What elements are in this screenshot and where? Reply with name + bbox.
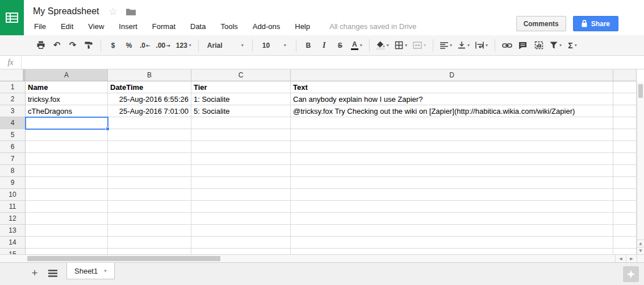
functions-button[interactable]: Σ ▾ bbox=[566, 39, 579, 52]
table-row: 11 bbox=[0, 201, 644, 213]
font-size-select[interactable]: 10 ▾ bbox=[258, 39, 291, 52]
print-button[interactable] bbox=[34, 39, 48, 52]
cell-B2[interactable]: 25-Aug-2016 6:55:26 bbox=[108, 93, 191, 105]
row-header-1[interactable]: 1 bbox=[0, 81, 26, 93]
bold-button[interactable]: B bbox=[302, 39, 315, 52]
menu-help[interactable]: Help bbox=[295, 22, 310, 31]
folder-icon[interactable] bbox=[126, 8, 136, 15]
scroll-down-button[interactable]: ▼ bbox=[637, 247, 644, 254]
menu-tools[interactable]: Tools bbox=[220, 22, 237, 31]
cell-E2[interactable] bbox=[613, 93, 637, 105]
cell-A3[interactable]: cTheDragons bbox=[26, 105, 108, 117]
cell-C1[interactable]: Tier bbox=[191, 81, 291, 93]
insert-chart-button[interactable] bbox=[532, 39, 546, 52]
document-title[interactable]: My Spreadsheet bbox=[33, 6, 99, 16]
row-header-12[interactable]: 12 bbox=[0, 213, 26, 225]
align-left-icon bbox=[440, 42, 448, 49]
horizontal-scrollbar-thumb[interactable] bbox=[27, 256, 220, 261]
cell-D4[interactable] bbox=[291, 117, 613, 129]
cell-B4[interactable] bbox=[108, 117, 191, 129]
row-header-11[interactable]: 11 bbox=[0, 201, 26, 213]
row-header-10[interactable]: 10 bbox=[0, 189, 26, 201]
menu-insert[interactable]: Insert bbox=[119, 22, 137, 31]
cell-C3[interactable]: 5: Socialite bbox=[191, 105, 291, 117]
cell-C2[interactable]: 1: Socialite bbox=[191, 93, 291, 105]
menu-view[interactable]: View bbox=[88, 22, 104, 31]
menu-addons[interactable]: Add-ons bbox=[253, 22, 280, 31]
cell-D2[interactable]: Can anybody explain how I use Zapier? bbox=[291, 93, 613, 105]
selected-cell-outline[interactable] bbox=[25, 117, 108, 130]
share-button[interactable]: Share bbox=[573, 16, 618, 31]
filter-button[interactable]: ▾ bbox=[548, 39, 563, 52]
insert-link-button[interactable] bbox=[500, 39, 514, 52]
vertical-scrollbar-thumb[interactable] bbox=[638, 84, 643, 98]
strikethrough-button[interactable]: S bbox=[333, 39, 347, 52]
scroll-up-button[interactable]: ▲ bbox=[637, 239, 644, 247]
link-icon bbox=[502, 43, 512, 48]
formula-input[interactable] bbox=[22, 56, 644, 69]
row-header-7[interactable]: 7 bbox=[0, 153, 26, 165]
column-header-A[interactable]: A bbox=[26, 69, 108, 81]
scroll-right-button[interactable]: ▶ bbox=[626, 255, 637, 262]
cell-D1[interactable]: Text bbox=[291, 81, 613, 93]
horizontal-scrollbar[interactable]: ◀ ▶ bbox=[0, 254, 644, 262]
menu-file[interactable]: File bbox=[34, 22, 46, 31]
comments-button[interactable]: Comments bbox=[516, 16, 566, 31]
column-header-E-partial[interactable] bbox=[613, 69, 637, 81]
row-header-9[interactable]: 9 bbox=[0, 177, 26, 189]
explore-button[interactable] bbox=[623, 266, 639, 282]
row-header-14[interactable]: 14 bbox=[0, 237, 26, 249]
row-header-13[interactable]: 13 bbox=[0, 225, 26, 237]
cell-E3[interactable] bbox=[613, 105, 637, 117]
increase-decimal-button[interactable]: .00→ bbox=[154, 39, 172, 52]
row-header-4[interactable]: 4 bbox=[0, 117, 26, 129]
fill-handle[interactable] bbox=[106, 127, 110, 131]
all-sheets-button[interactable] bbox=[47, 267, 59, 279]
text-wrap-button[interactable]: ▾ bbox=[474, 39, 490, 52]
fill-color-button[interactable]: ▾ bbox=[375, 39, 391, 52]
cell-E4[interactable] bbox=[613, 117, 637, 129]
cell-B1[interactable]: DateTime bbox=[108, 81, 191, 93]
row-header-2[interactable]: 2 bbox=[0, 93, 26, 105]
row-header-15[interactable]: 15 bbox=[0, 249, 26, 254]
menu-edit[interactable]: Edit bbox=[61, 22, 73, 31]
number-format-button[interactable]: 123 ▾ bbox=[174, 39, 193, 52]
select-all-corner[interactable] bbox=[0, 69, 26, 81]
cell-D3[interactable]: @tricksy.fox Try Checking out the wiki o… bbox=[291, 105, 613, 117]
sheet-tab[interactable]: Sheet1 ▾ bbox=[66, 263, 115, 279]
star-icon[interactable]: ☆ bbox=[109, 7, 118, 16]
paint-format-button[interactable] bbox=[82, 39, 95, 52]
menu-data[interactable]: Data bbox=[190, 22, 206, 31]
text-color-button[interactable]: A ▾ bbox=[349, 39, 364, 52]
merge-cells-button[interactable]: ▾ bbox=[411, 39, 428, 52]
insert-comment-button[interactable] bbox=[516, 39, 530, 52]
cell-E1[interactable] bbox=[613, 81, 637, 93]
row-header-5[interactable]: 5 bbox=[0, 129, 26, 141]
vertical-scrollbar[interactable]: ▲ ▼ bbox=[637, 82, 644, 254]
cell-B3[interactable]: 25-Aug-2016 7:01:00 bbox=[108, 105, 191, 117]
column-header-D[interactable]: D bbox=[291, 69, 613, 81]
cell-A1[interactable]: Name bbox=[26, 81, 108, 93]
row-header-8[interactable]: 8 bbox=[0, 165, 26, 177]
column-header-C[interactable]: C bbox=[191, 69, 291, 81]
scroll-left-button[interactable]: ◀ bbox=[615, 255, 626, 262]
add-sheet-button[interactable]: + bbox=[28, 266, 41, 280]
row-header-3[interactable]: 3 bbox=[0, 105, 26, 117]
font-family-select[interactable]: Arial ▾ bbox=[204, 39, 247, 52]
vertical-align-button[interactable]: ▾ bbox=[456, 39, 471, 52]
horizontal-align-button[interactable]: ▾ bbox=[438, 39, 454, 52]
menu-format[interactable]: Format bbox=[152, 22, 175, 31]
undo-button[interactable]: ↶ bbox=[50, 39, 64, 52]
cell-A2[interactable]: tricksy.fox bbox=[26, 93, 108, 105]
percent-format-button[interactable]: % bbox=[122, 39, 136, 52]
redo-button[interactable]: ↷ bbox=[66, 39, 80, 52]
decrease-decimal-button[interactable]: .0← bbox=[138, 39, 152, 52]
column-header-B[interactable]: B bbox=[108, 69, 191, 81]
borders-button[interactable]: ▾ bbox=[393, 39, 409, 52]
cell-C4[interactable] bbox=[191, 117, 291, 129]
italic-button[interactable]: I bbox=[317, 39, 331, 52]
all-sheets-icon bbox=[48, 270, 57, 277]
currency-format-button[interactable]: $ bbox=[106, 39, 120, 52]
sheets-logo[interactable] bbox=[0, 0, 24, 35]
row-header-6[interactable]: 6 bbox=[0, 141, 26, 153]
